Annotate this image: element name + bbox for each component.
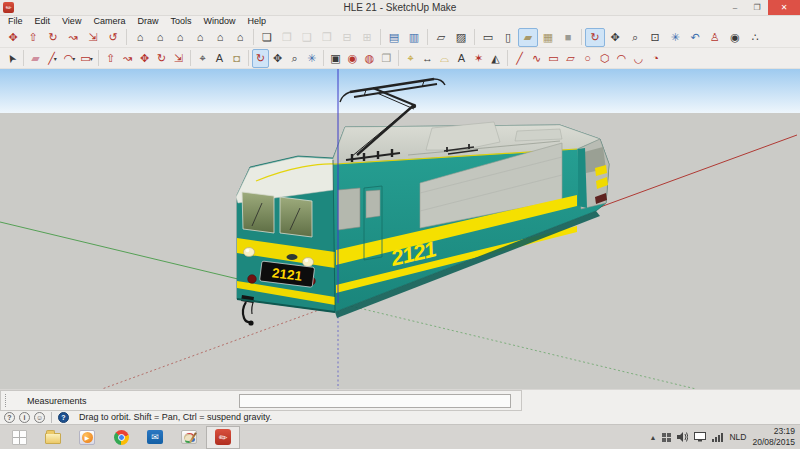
hidden-line-style[interactable]: ▯: [498, 28, 518, 47]
push-pull-tool[interactable]: ⇧: [102, 49, 119, 68]
volume-icon[interactable]: [677, 432, 688, 442]
right-view[interactable]: ⌂: [190, 28, 210, 47]
menu-window[interactable]: Window: [197, 16, 241, 27]
section-cuts-toggle[interactable]: ▥: [404, 28, 424, 47]
back-edges-style[interactable]: ▨: [451, 28, 471, 47]
zoom-tool[interactable]: ⌕: [286, 49, 303, 68]
zoom-extents-tool[interactable]: ✳: [665, 28, 685, 47]
arc-tool[interactable]: ◠: [613, 49, 630, 68]
geolocation-status-icon[interactable]: ?: [4, 412, 15, 423]
paint-bucket-tool[interactable]: ◘: [228, 49, 245, 68]
photo-textures-tool[interactable]: ◍: [361, 49, 378, 68]
taskbar-chrome[interactable]: [104, 426, 138, 449]
axes-tool[interactable]: ✶: [470, 49, 487, 68]
shaded-textures-style[interactable]: ▦: [538, 28, 558, 47]
close-button[interactable]: ✕: [768, 0, 800, 15]
taskbar-media-player[interactable]: ▶: [70, 426, 104, 449]
protractor-tool[interactable]: ⌓: [436, 49, 453, 68]
arc-tool-dropdown-icon[interactable]: ▾: [72, 55, 75, 62]
rotate-tool[interactable]: ↻: [153, 49, 170, 68]
back-view[interactable]: ⌂: [230, 28, 250, 47]
tape-measure-tool[interactable]: ⌖: [402, 49, 419, 68]
menu-tools[interactable]: Tools: [164, 16, 197, 27]
monochrome-style[interactable]: ■: [558, 28, 578, 47]
tray-hidden-icons-icon[interactable]: ▲: [650, 434, 657, 441]
zoom-window-tool[interactable]: ⊡: [645, 28, 665, 47]
left-view[interactable]: ⌂: [210, 28, 230, 47]
taskbar-paint[interactable]: [172, 426, 206, 449]
section-planes-toggle[interactable]: ▤: [384, 28, 404, 47]
two-point-arc-tool[interactable]: ◡: [630, 49, 647, 68]
shaded-style[interactable]: ▰: [518, 28, 538, 47]
text-tool[interactable]: A: [211, 49, 228, 68]
match-photo-tool[interactable]: ▣: [327, 49, 344, 68]
move-tool[interactable]: ✥: [3, 28, 23, 47]
restore-button[interactable]: ❐: [746, 0, 768, 15]
scale-tool[interactable]: ⇲: [170, 49, 187, 68]
move-tool[interactable]: ✥: [136, 49, 153, 68]
network-signal-icon[interactable]: [712, 432, 723, 442]
follow-me-tool[interactable]: ↝: [119, 49, 136, 68]
zoom-tool[interactable]: ⌕: [625, 28, 645, 47]
follow-me-tool[interactable]: ↝: [63, 28, 83, 47]
tape-measure-tool[interactable]: ⌖: [194, 49, 211, 68]
menu-draw[interactable]: Draw: [131, 16, 164, 27]
taskbar-file-explorer[interactable]: [36, 426, 70, 449]
pan-tool[interactable]: ✥: [605, 28, 625, 47]
position-camera-tool[interactable]: ♙: [705, 28, 725, 47]
zoom-extents-tool[interactable]: ✳: [303, 49, 320, 68]
eraser-tool[interactable]: ▰: [27, 49, 44, 68]
menu-view[interactable]: View: [56, 16, 87, 27]
line-tool[interactable]: ╱▾: [44, 49, 61, 68]
viewport-area[interactable]: 2121 2121: [0, 69, 800, 389]
orbit-tool[interactable]: ↻: [252, 49, 269, 68]
wireframe-style[interactable]: ▭: [478, 28, 498, 47]
polygon-tool[interactable]: ⬡: [596, 49, 613, 68]
credits-icon[interactable]: i: [19, 412, 30, 423]
tray-clock[interactable]: 23:19 20/08/2015: [752, 426, 795, 447]
arc-tool[interactable]: ◠▾: [61, 49, 78, 68]
3d-text-tool[interactable]: ◭: [487, 49, 504, 68]
rectangle-tool[interactable]: ▭▾: [78, 49, 95, 68]
language-indicator[interactable]: NLD: [729, 432, 746, 442]
push-pull-tool[interactable]: ⇧: [23, 28, 43, 47]
3d-viewport[interactable]: 2121 2121: [0, 69, 800, 389]
scale-tool[interactable]: ⇲: [83, 28, 103, 47]
dimension-tool[interactable]: ↔: [419, 49, 436, 68]
outer-shell-tool[interactable]: ❏: [257, 28, 277, 47]
line-tool-dropdown-icon[interactable]: ▾: [54, 55, 57, 62]
rotate-tool[interactable]: ↻: [43, 28, 63, 47]
front-view[interactable]: ⌂: [170, 28, 190, 47]
text-tool[interactable]: A: [453, 49, 470, 68]
freehand-tool[interactable]: ∿: [528, 49, 545, 68]
measurements-input[interactable]: [239, 394, 511, 408]
look-around-tool[interactable]: ◉: [725, 28, 745, 47]
offset-tool[interactable]: ↺: [103, 28, 123, 47]
xray-style[interactable]: ▱: [431, 28, 451, 47]
walk-tool[interactable]: ∴: [745, 28, 765, 47]
help-icon[interactable]: ?: [58, 412, 69, 423]
display-icon[interactable]: [694, 432, 706, 442]
rectangle-tool[interactable]: ▭: [545, 49, 562, 68]
orbit-tool[interactable]: ↻: [585, 28, 605, 47]
sign-in-icon[interactable]: ☺: [34, 412, 45, 423]
minimize-button[interactable]: –: [724, 0, 746, 15]
pie-tool[interactable]: ◔: [647, 49, 664, 68]
top-view[interactable]: ⌂: [150, 28, 170, 47]
toolbar-grip[interactable]: [5, 394, 7, 407]
menu-file[interactable]: File: [2, 16, 29, 27]
rotated-rectangle-tool[interactable]: ▱: [562, 49, 579, 68]
pan-tool[interactable]: ✥: [269, 49, 286, 68]
line-tool[interactable]: ╱: [511, 49, 528, 68]
select-tool[interactable]: ➤: [3, 49, 20, 68]
get-models-tool[interactable]: ❐: [378, 49, 395, 68]
rectangle-tool-dropdown-icon[interactable]: ▾: [90, 55, 93, 62]
menu-camera[interactable]: Camera: [87, 16, 131, 27]
tray-windows-icon[interactable]: [662, 433, 671, 442]
menu-help[interactable]: Help: [241, 16, 272, 27]
iso-view[interactable]: ⌂: [130, 28, 150, 47]
taskbar-mail[interactable]: ✉: [138, 426, 172, 449]
add-location-tool[interactable]: ◉: [344, 49, 361, 68]
menu-edit[interactable]: Edit: [29, 16, 57, 27]
start-button[interactable]: [2, 426, 36, 449]
